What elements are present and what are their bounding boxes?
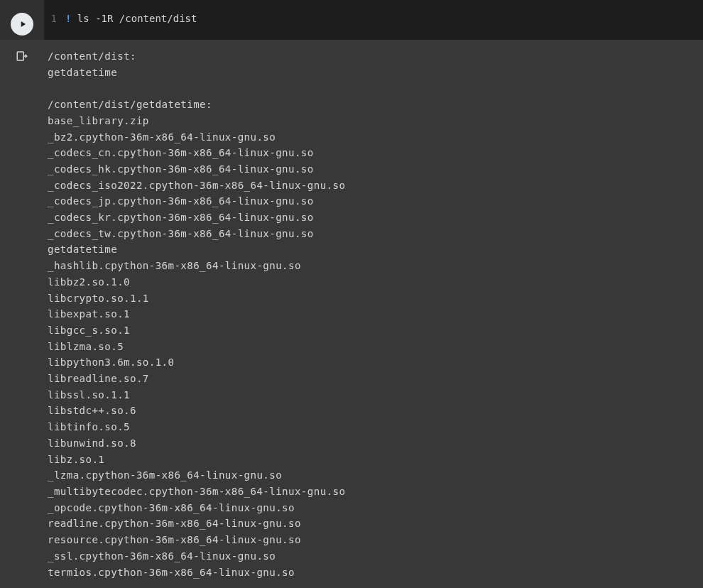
- output-icon: [16, 50, 28, 62]
- output-row: /content/dist: getdatetime /content/dist…: [0, 40, 703, 580]
- play-icon: [18, 19, 28, 29]
- output-content: /content/dist: getdatetime /content/dist…: [44, 48, 703, 580]
- code-content[interactable]: ! ls -1R /content/dist: [65, 13, 703, 24]
- cell-gutter: [0, 0, 44, 40]
- run-button[interactable]: [11, 13, 33, 36]
- output-gutter: [0, 48, 44, 580]
- shell-command: ls -1R /content/dist: [71, 13, 197, 24]
- svg-rect-0: [17, 52, 23, 60]
- notebook-container: 1 ! ls -1R /content/dist /content/dist: …: [0, 0, 703, 588]
- line-number: 1: [44, 13, 65, 24]
- code-cell: 1 ! ls -1R /content/dist: [0, 0, 703, 40]
- code-editor[interactable]: 1 ! ls -1R /content/dist: [44, 0, 703, 40]
